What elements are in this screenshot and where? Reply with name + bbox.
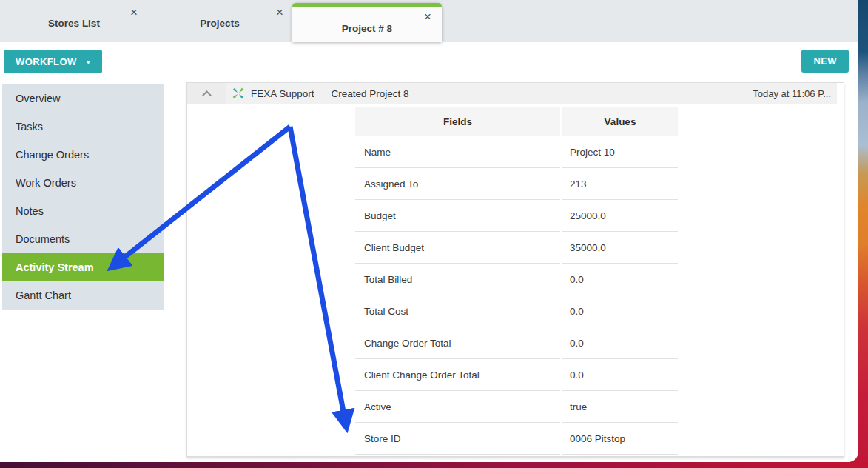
value-cell: 213 (562, 168, 678, 200)
field-cell: Assigned To (355, 168, 560, 200)
tab-label: Projects (146, 18, 294, 29)
close-icon[interactable]: × (276, 6, 283, 19)
table-body: Name Project 10 Assigned To 213 Budget 2… (355, 136, 678, 455)
table-row-client-budget: Client Budget 35000.0 (355, 232, 678, 264)
wallpaper-bottom-strip (0, 462, 868, 468)
sidebar-item-overview[interactable]: Overview (2, 84, 164, 113)
sidebar-item-activity-stream[interactable]: Activity Stream (2, 253, 164, 281)
table-row-total-billed: Total Billed 0.0 (355, 264, 678, 295)
value-cell: 0.0 (562, 327, 678, 359)
app-window: Stores List × Projects × Project # 8 × W… (0, 0, 858, 462)
tab-label: Stores List (0, 18, 148, 29)
workflow-button[interactable]: WORKFLOW ▾ (4, 50, 102, 73)
sidebar-item-change-orders[interactable]: Change Orders (2, 141, 164, 169)
table-row-store-id: Store ID 0006 Pitstop (355, 423, 678, 455)
fexa-logo-icon (232, 87, 245, 100)
tab-project-8[interactable]: Project # 8 × (292, 3, 442, 42)
field-cell: Client Budget (355, 232, 560, 264)
logo-petal (239, 88, 243, 93)
activity-timestamp: Today at 11:06 P... (753, 88, 831, 99)
table-row-active: Active true (355, 391, 678, 423)
tab-projects[interactable]: Projects × (146, 0, 294, 42)
value-cell: 0.0 (562, 264, 678, 295)
value-cell: 0006 Pitstop (562, 423, 678, 455)
field-cell: Change Order Total (355, 327, 560, 359)
field-cell: Budget (355, 200, 560, 232)
new-button[interactable]: NEW (801, 50, 849, 73)
tab-bar: Stores List × Projects × Project # 8 × (0, 0, 858, 42)
table-row-budget: Budget 25000.0 (355, 200, 678, 232)
value-cell: Project 10 (562, 136, 678, 168)
workflow-button-label: WORKFLOW (16, 56, 77, 67)
tab-stores-list[interactable]: Stores List × (0, 0, 148, 42)
value-cell: 25000.0 (562, 200, 678, 232)
table-row-assigned-to: Assigned To 213 (355, 168, 678, 200)
table-row-change-order-total: Change Order Total 0.0 (355, 327, 678, 359)
sidebar-item-notes[interactable]: Notes (2, 197, 164, 225)
table-header-row: Fields Values (355, 107, 678, 136)
value-cell: true (562, 391, 678, 423)
column-header-values: Values (562, 107, 678, 136)
close-icon[interactable]: × (130, 6, 138, 19)
caret-down-icon: ▾ (87, 58, 90, 66)
sidebar-item-documents[interactable]: Documents (2, 225, 164, 253)
activity-entry-header: FEXA Support Created Project 8 Today at … (187, 83, 837, 104)
field-cell: Name (355, 136, 560, 168)
activity-user: FEXA Support (251, 88, 314, 99)
field-cell: Store ID (355, 423, 560, 455)
value-cell: 0.0 (562, 295, 678, 327)
logo-petal (239, 94, 243, 98)
activity-action: Created Project 8 (332, 88, 409, 99)
fields-values-table: Fields Values Name Project 10 Assigned T… (355, 107, 678, 455)
collapse-button[interactable] (187, 83, 226, 104)
logo-petal (233, 94, 238, 98)
chevron-up-icon (202, 90, 212, 100)
field-cell: Total Cost (355, 295, 560, 327)
field-cell: Client Change Order Total (355, 359, 560, 391)
sidebar: Overview Tasks Change Orders Work Orders… (2, 84, 164, 310)
field-cell: Active (355, 391, 560, 423)
logo-petal (233, 88, 238, 93)
column-header-fields: Fields (355, 107, 560, 136)
value-cell: 35000.0 (562, 232, 678, 264)
field-cell: Total Billed (355, 264, 560, 295)
table-row-total-cost: Total Cost 0.0 (355, 295, 678, 327)
close-icon[interactable]: × (424, 10, 431, 23)
active-tab-indicator (292, 3, 442, 7)
value-cell: 0.0 (562, 359, 678, 391)
sidebar-item-tasks[interactable]: Tasks (2, 113, 164, 141)
screen: Stores List × Projects × Project # 8 × W… (0, 0, 868, 468)
table-row-client-change-order-total: Client Change Order Total 0.0 (355, 359, 678, 391)
activity-panel: FEXA Support Created Project 8 Today at … (186, 82, 844, 457)
tab-label: Project # 8 (292, 23, 442, 34)
sidebar-item-work-orders[interactable]: Work Orders (2, 169, 164, 197)
sidebar-item-gantt-chart[interactable]: Gantt Chart (2, 281, 164, 310)
table-row-name: Name Project 10 (355, 136, 678, 168)
